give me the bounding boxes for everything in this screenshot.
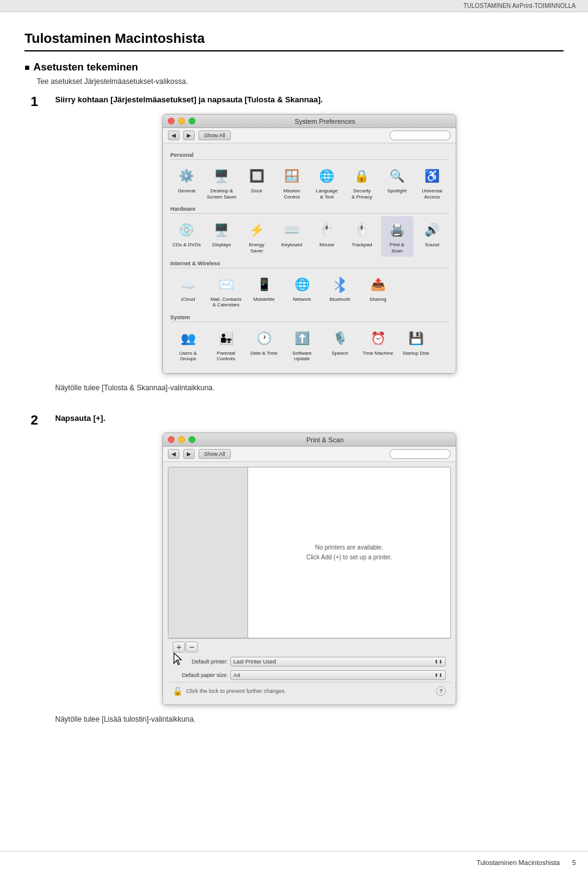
lock-icon[interactable]: 🔓 [173, 687, 183, 696]
sound-icon: 🔊 [421, 219, 443, 241]
icon-software-update[interactable]: ⬆️ SoftwareUpdate [284, 325, 320, 365]
add-printer-button[interactable]: + [173, 641, 185, 652]
back-btn-ps[interactable]: ◀ [168, 449, 179, 459]
prefs-search-input[interactable] [390, 130, 451, 140]
spotlight-icon: 🔍 [386, 165, 408, 187]
icon-icloud[interactable]: ☁️ iCloud [170, 271, 206, 311]
mobileme-icon: 📱 [253, 273, 275, 295]
icon-mission-control[interactable]: 🪟 MissionControl [276, 162, 308, 202]
trackpad-icon: 🖱️ [351, 219, 373, 241]
hardware-icons-row: 💿 CDs & DVDs 🖥️ Displays ⚡ EnergySaver [170, 216, 448, 256]
icon-language[interactable]: 🌐 Language& Text [311, 162, 343, 202]
icon-sharing[interactable]: 📤 Sharing [360, 271, 396, 311]
default-paper-value: A4 [233, 672, 240, 678]
default-printer-row: Default printer: Last Printer Used ⬆⬇ [168, 655, 451, 668]
forward-btn[interactable]: ▶ [183, 130, 195, 140]
default-paper-select[interactable]: A4 ⬆⬇ [230, 670, 446, 680]
icon-universal-access[interactable]: ♿ UniversalAccess [416, 162, 448, 202]
icon-network[interactable]: 🌐 Network [284, 271, 320, 311]
print-scan-label: Print &Scan [390, 242, 404, 254]
default-printer-value: Last Printer Used [233, 659, 276, 665]
icon-date-time[interactable]: 🕐 Date & Time [246, 325, 282, 365]
icon-desktop[interactable]: 🖥️ Desktop &Screen Saver [205, 162, 238, 202]
internet-section-label: Internet & Wireless [170, 260, 448, 268]
general-label: General [178, 188, 195, 194]
security-icon: 🔒 [351, 165, 373, 187]
icon-general[interactable]: ⚙️ General [170, 162, 203, 202]
maximize-btn-ps[interactable] [189, 436, 195, 443]
no-printers-line1: No printers are available. [315, 543, 383, 553]
icon-keyboard[interactable]: ⌨️ Keyboard [276, 216, 308, 256]
parental-controls-label: ParentalControls [217, 350, 235, 362]
sharing-icon: 📤 [367, 273, 389, 295]
icon-bluetooth[interactable]: Bluetooth [322, 271, 358, 311]
icon-time-machine[interactable]: ⏰ Time Machine [360, 325, 396, 365]
step-1-instruction: Siirry kohtaan [Järjestelmäasetukset] ja… [55, 94, 564, 105]
icon-cds-dvds[interactable]: 💿 CDs & DVDs [170, 216, 203, 256]
general-icon: ⚙️ [176, 165, 198, 187]
energy-saver-icon: ⚡ [246, 219, 268, 241]
icon-mail-contacts[interactable]: ✉️ Mail, Contacts& Calendars [208, 271, 244, 311]
software-update-icon: ⬆️ [291, 327, 313, 349]
minimize-btn[interactable] [178, 118, 185, 124]
icon-mobileme[interactable]: 📱 MobileMe [246, 271, 282, 311]
language-label: Language& Text [316, 188, 338, 200]
forward-btn-ps[interactable]: ▶ [183, 449, 195, 459]
icon-energy-saver[interactable]: ⚡ EnergySaver [241, 216, 273, 256]
intro-text: Tee asetukset Järjestelmäasetukset-valik… [37, 77, 564, 86]
system-section-label: System [170, 314, 448, 322]
show-all-btn[interactable]: Show All [198, 130, 231, 140]
default-printer-select[interactable]: Last Printer Used ⬆⬇ [230, 657, 446, 667]
close-btn-ps[interactable] [168, 436, 175, 443]
print-scan-main: No printers are available. Click Add (+)… [168, 467, 451, 638]
time-machine-icon: ⏰ [367, 327, 389, 349]
startup-disk-icon: 💾 [405, 327, 427, 349]
dock-label: Dock [251, 188, 262, 194]
hardware-section-label: Hardware [170, 206, 448, 214]
energy-saver-label: EnergySaver [249, 242, 264, 254]
footer-left-text: Tulostaminen Macintoshista [477, 859, 560, 866]
personal-section-label: Personal [170, 152, 448, 160]
header-bar: TULOSTAMINEN AirPrint-TOIMINNOLLA [0, 0, 588, 12]
remove-printer-button[interactable]: − [186, 641, 198, 652]
icon-mouse[interactable]: 🖱️ Mouse [311, 216, 343, 256]
icon-trackpad[interactable]: 🖱️ Trackpad [345, 216, 378, 256]
help-button[interactable]: ? [436, 686, 446, 696]
print-area: No printers are available. Click Add (+)… [248, 467, 450, 638]
add-remove-buttons: + − [173, 641, 198, 652]
main-content: Tulostaminen Macintoshista Asetusten tek… [0, 12, 588, 781]
icon-speech[interactable]: 🎙️ Speech [322, 325, 358, 365]
bluetooth-icon [329, 273, 351, 295]
icon-dock[interactable]: 🔲 Dock [241, 162, 273, 202]
icon-spotlight[interactable]: 🔍 Spotlight [381, 162, 413, 202]
icloud-icon: ☁️ [177, 273, 199, 295]
back-btn[interactable]: ◀ [168, 130, 179, 140]
step-2-note: Näytölle tulee [Lisää tulostin]-valintai… [55, 715, 564, 724]
minimize-btn-ps[interactable] [178, 436, 185, 443]
icon-security[interactable]: 🔒 Security& Privacy [345, 162, 378, 202]
maximize-btn[interactable] [189, 118, 195, 124]
parental-controls-icon: 👨‍👧 [215, 327, 237, 349]
users-groups-icon: 👥 [177, 327, 199, 349]
universal-access-icon: ♿ [421, 165, 443, 187]
step-1-note: Näytölle tulee [Tulosta & Skannaa]-valin… [55, 384, 564, 392]
security-label: Security& Privacy [352, 188, 372, 200]
time-machine-label: Time Machine [363, 350, 393, 357]
icon-displays[interactable]: 🖥️ Displays [205, 216, 238, 256]
icon-users-groups[interactable]: 👥 Users &Groups [170, 325, 206, 365]
no-printers-line2: Click Add (+) to set up a printer. [306, 553, 392, 562]
universal-access-label: UniversalAccess [422, 188, 442, 200]
sharing-label: Sharing [369, 297, 386, 303]
show-all-btn-ps[interactable]: Show All [198, 449, 231, 459]
printer-list-inner [168, 467, 247, 638]
keyboard-icon: ⌨️ [281, 219, 303, 241]
icon-startup-disk[interactable]: 💾 Startup Disk [398, 325, 434, 365]
keyboard-label: Keyboard [281, 242, 302, 248]
icon-sound[interactable]: 🔊 Sound [416, 216, 448, 256]
icon-print-scan[interactable]: 🖨️ Print &Scan [381, 216, 413, 256]
icon-parental-controls[interactable]: 👨‍👧 ParentalControls [208, 325, 244, 365]
system-icons-row: 👥 Users &Groups 👨‍👧 ParentalControls 🕐 D… [170, 325, 448, 365]
print-scan-search-input[interactable] [390, 449, 451, 459]
close-btn[interactable] [168, 118, 175, 124]
language-icon: 🌐 [316, 165, 338, 187]
